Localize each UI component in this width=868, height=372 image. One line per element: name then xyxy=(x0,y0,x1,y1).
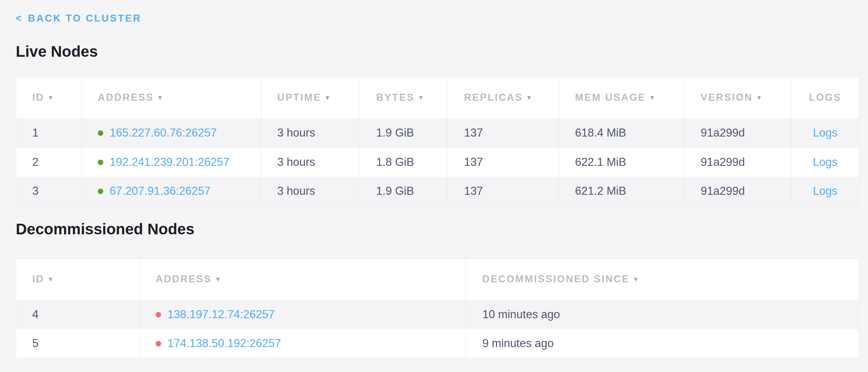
column-header-version[interactable]: VERSION▾ xyxy=(685,77,791,118)
mem-usage-cell: 618.4 MiB xyxy=(559,118,685,148)
logs-link[interactable]: Logs xyxy=(813,156,837,168)
version-cell: 91a299d xyxy=(685,148,791,177)
replicas-cell: 137 xyxy=(448,118,559,148)
column-header-mem-usage[interactable]: MEM USAGE▾ xyxy=(559,77,685,118)
node-id-cell: 5 xyxy=(16,329,140,358)
node-address-link[interactable]: 165.227.60.76:26257 xyxy=(110,126,217,139)
sort-arrow-icon: ▾ xyxy=(650,93,655,102)
column-header-logs: LOGS xyxy=(791,77,859,118)
table-row: 3 67.207.91.36:26257 3 hours 1.9 GiB 137… xyxy=(16,177,859,206)
column-header-label: ID xyxy=(32,92,44,103)
decommissioned-nodes-table: ID▾ ADDRESS▾ DECOMMISSIONED SINCE▾ 4 138… xyxy=(16,258,859,358)
sort-arrow-icon: ▾ xyxy=(216,275,221,283)
logs-link[interactable]: Logs xyxy=(813,185,837,197)
sort-arrow-icon: ▾ xyxy=(634,275,639,283)
live-nodes-header-row: ID▾ ADDRESS▾ UPTIME▾ BYTES▾ REPLICAS▾ ME… xyxy=(16,77,859,118)
back-chevron-icon: < xyxy=(16,12,23,24)
decommissioned-since-cell: 10 minutes ago xyxy=(466,300,859,329)
column-header-label: MEM USAGE xyxy=(575,92,646,103)
sort-arrow-icon: ▾ xyxy=(527,93,532,102)
table-row: 5 174.138.50.192:26257 9 minutes ago xyxy=(16,329,859,358)
sort-arrow-icon: ▾ xyxy=(158,93,163,102)
column-header-label: UPTIME xyxy=(277,92,321,103)
uptime-cell: 3 hours xyxy=(261,177,360,206)
logs-cell: Logs xyxy=(791,148,859,177)
sort-arrow-icon: ▾ xyxy=(326,93,330,102)
live-status-icon xyxy=(98,130,103,136)
table-row: 1 165.227.60.76:26257 3 hours 1.9 GiB 13… xyxy=(16,118,859,148)
column-header-id[interactable]: ID▾ xyxy=(16,77,82,118)
column-header-uptime[interactable]: UPTIME▾ xyxy=(261,77,360,118)
logs-cell: Logs xyxy=(791,118,859,148)
sort-arrow-icon: ▾ xyxy=(49,275,53,283)
column-header-id[interactable]: ID▾ xyxy=(16,259,140,300)
node-address-link[interactable]: 138.197.12.74:26257 xyxy=(167,308,275,321)
table-row: 4 138.197.12.74:26257 10 minutes ago xyxy=(16,300,859,329)
node-address-link[interactable]: 67.207.91.36:26257 xyxy=(110,185,211,197)
node-id-cell: 4 xyxy=(16,300,140,329)
replicas-cell: 137 xyxy=(448,177,559,206)
node-address-cell: 192.241.239.201:26257 xyxy=(82,148,261,177)
decommissioned-status-icon xyxy=(156,341,161,346)
bytes-cell: 1.8 GiB xyxy=(360,148,448,177)
node-id-cell: 1 xyxy=(16,118,82,148)
bytes-cell: 1.9 GiB xyxy=(360,177,448,206)
node-address-link[interactable]: 174.138.50.192:26257 xyxy=(167,337,281,350)
node-id-cell: 2 xyxy=(16,148,82,177)
decommissioned-since-cell: 9 minutes ago xyxy=(466,329,859,358)
column-header-address[interactable]: ADDRESS▾ xyxy=(82,77,261,118)
sort-arrow-icon: ▾ xyxy=(49,93,53,102)
bytes-cell: 1.9 GiB xyxy=(360,118,448,148)
column-header-replicas[interactable]: REPLICAS▾ xyxy=(448,77,559,118)
uptime-cell: 3 hours xyxy=(261,118,360,148)
live-status-icon xyxy=(98,160,103,165)
version-cell: 91a299d xyxy=(685,118,791,148)
sort-arrow-icon: ▾ xyxy=(419,93,424,102)
column-header-label: REPLICAS xyxy=(464,92,523,103)
page-content: < BACK TO CLUSTER Live Nodes ID▾ ADDRESS… xyxy=(0,0,868,358)
table-row: 2 192.241.239.201:26257 3 hours 1.8 GiB … xyxy=(16,148,859,177)
sort-arrow-icon: ▾ xyxy=(757,93,762,102)
live-status-icon xyxy=(98,189,103,194)
column-header-address[interactable]: ADDRESS▾ xyxy=(140,259,466,300)
column-header-label: ID xyxy=(32,274,44,284)
column-header-label: BYTES xyxy=(376,92,415,103)
mem-usage-cell: 622.1 MiB xyxy=(559,148,685,177)
logs-cell: Logs xyxy=(791,177,859,206)
column-header-label: ADDRESS xyxy=(98,92,154,103)
column-header-label: ADDRESS xyxy=(156,274,212,284)
node-address-cell: 67.207.91.36:26257 xyxy=(82,177,261,206)
live-nodes-table: ID▾ ADDRESS▾ UPTIME▾ BYTES▾ REPLICAS▾ ME… xyxy=(16,77,859,206)
node-address-cell: 165.227.60.76:26257 xyxy=(82,118,261,148)
replicas-cell: 137 xyxy=(448,148,559,177)
node-address-cell: 174.138.50.192:26257 xyxy=(140,329,466,358)
back-link-label: BACK TO CLUSTER xyxy=(28,12,141,24)
node-id-cell: 3 xyxy=(16,177,82,206)
decommissioned-nodes-title: Decommissioned Nodes xyxy=(16,221,859,238)
column-header-decommissioned-since[interactable]: DECOMMISSIONED SINCE▾ xyxy=(466,259,859,300)
uptime-cell: 3 hours xyxy=(261,148,360,177)
column-header-label: LOGS xyxy=(809,92,842,103)
mem-usage-cell: 621.2 MiB xyxy=(559,177,685,206)
version-cell: 91a299d xyxy=(685,177,791,206)
live-nodes-title: Live Nodes xyxy=(16,43,859,60)
logs-link[interactable]: Logs xyxy=(813,126,837,139)
node-address-cell: 138.197.12.74:26257 xyxy=(140,300,466,329)
node-address-link[interactable]: 192.241.239.201:26257 xyxy=(110,156,230,168)
decommissioned-nodes-header-row: ID▾ ADDRESS▾ DECOMMISSIONED SINCE▾ xyxy=(16,259,859,300)
decommissioned-status-icon xyxy=(156,312,161,317)
column-header-label: DECOMMISSIONED SINCE xyxy=(482,274,630,284)
back-to-cluster-link[interactable]: < BACK TO CLUSTER xyxy=(16,12,141,24)
column-header-bytes[interactable]: BYTES▾ xyxy=(360,77,448,118)
column-header-label: VERSION xyxy=(701,92,753,103)
